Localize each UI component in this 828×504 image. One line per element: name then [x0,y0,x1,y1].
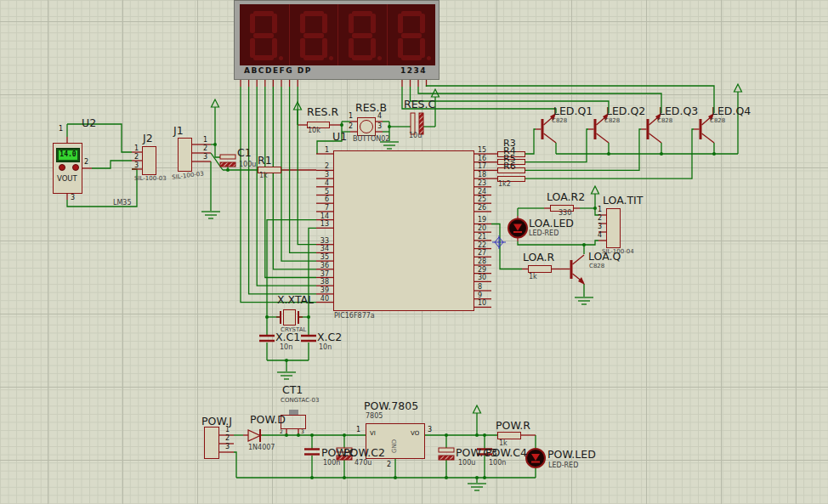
pow-j-pin1-number: 1 [225,427,230,433]
u1-pin-text: 1 [325,146,329,154]
junction-dot [582,243,586,246]
junction-dot [297,433,300,437]
junction-dot [394,476,397,479]
power-arrow-icon [734,84,742,92]
pow-7805-ref: POW.7805 [364,401,418,412]
res-b-button-cap[interactable] [360,120,373,133]
res-b-value: BUTTON02 [353,136,389,143]
digit-segment [401,33,422,38]
digit-segment [398,38,403,58]
digit-decimal-point [329,56,333,60]
pow-7805-pin1-number: 1 [356,427,360,433]
pow-7805-value: 7805 [366,413,383,420]
u1-pin-text: 37 [320,270,329,278]
loa-tit-connector-body[interactable] [606,208,621,248]
ct1-switch-tab[interactable] [289,410,298,415]
u1-pin-text: 15 [478,146,486,154]
display-screen [240,4,435,65]
j2-connector-body[interactable] [142,146,156,175]
diode-triangle[interactable] [248,430,260,441]
junction-dot [475,433,479,437]
res-c-value: 10u [409,133,422,139]
junction-dot [285,359,288,362]
pow-7805-vo-label: VO [411,431,419,437]
u1-pin-text: 24 [478,188,486,195]
junction-dot [307,315,310,319]
u1-pin-text: 39 [320,286,329,294]
x-c2-ref: X.C2 [317,332,342,343]
pow-c1-value: 100n [323,460,340,467]
u1-pic16f877-body[interactable] [333,150,474,311]
u2-reading: 14.0 [59,150,77,160]
loa-r-resistor-body[interactable] [528,265,552,273]
digit-decimal-point [427,56,431,60]
res-b-pin4-number: 4 [377,113,382,120]
loa-tit-pin4-number: 4 [598,232,602,239]
transistor-base-bar [570,260,573,279]
pow-r-ref: POW.R [496,421,530,432]
wire [215,144,220,157]
transistor-collector [573,255,585,264]
u1-pin-text: 33 [320,237,329,245]
u1-pin-text: 40 [320,295,329,303]
u1-pin-text: 4 [325,179,329,187]
digit-segment [352,11,372,16]
junction-dot [475,476,479,479]
pow-led-value: LED-RED [548,462,578,469]
u2-increase-button[interactable] [72,164,79,171]
u2-value: LM35 [113,200,132,207]
transistor-collector [544,133,557,143]
u1-pin-text: 25 [478,195,486,203]
pow-r-resistor-body[interactable] [497,432,521,439]
res-b-pin3-number: 3 [377,123,382,130]
junction-dot [226,168,230,172]
junction-dot [340,123,343,127]
u1-pin-text: 17 [478,162,486,170]
u1-pin-text: 2 [325,162,329,170]
pow-j-connector-body[interactable] [204,427,219,459]
digit-segment [398,14,403,33]
u2-decrease-button[interactable] [59,164,65,171]
power-arrow-icon [212,99,219,107]
pow-c4-value: 100n [489,460,506,467]
r-group-value: 1k2 [498,181,511,188]
junction-dot [285,433,288,437]
loa-led-value: LED-RED [529,230,559,237]
j1-connector-body[interactable] [178,138,192,172]
digit-segment [253,33,274,38]
res-b-pin2-number: 2 [349,123,353,130]
led-q1-value: C828 [552,118,567,124]
u1-ref: U1 [332,132,347,143]
u1-pin-text: 13 [320,220,329,228]
digit-segment [250,14,255,33]
led-q4-ref: LED.Q4 [712,106,751,117]
xtal-crystal-body[interactable] [283,309,296,326]
led-q2-value: C828 [604,118,620,124]
x-xtal-ref: X.XTAL [277,295,314,306]
junction-dot [607,152,610,156]
capacitor-plate-polarized [439,456,454,460]
u1-pin-text: 18 [478,171,486,178]
junction-dot [593,207,597,210]
u2-pin3-number: 3 [71,195,75,201]
digit-segment [401,11,422,16]
seven-segment-display[interactable]: ABCDEFG DP 1234 [234,0,440,80]
u1-pin-text: 36 [320,262,329,269]
origin-cursor-icon [492,235,506,249]
u1-pin-text: 34 [320,245,329,252]
junction-dot [660,152,663,156]
digit-segment [253,55,274,60]
u1-pin-text: 27 [478,249,486,257]
capacitor-plate-polarized [220,162,235,167]
r1-ref: R1 [258,156,272,167]
junction-dot [445,433,448,437]
capacitor-plate [220,155,235,159]
u1-value: PIC16F877a [334,313,375,320]
display-digit-labels: 1234 [400,67,427,75]
wire [234,452,236,478]
u1-pin-text: 16 [478,155,486,162]
junction-dot [483,476,486,479]
transistor-base-bar [594,119,597,139]
loa-r2-value: 330 [559,210,571,217]
transistor-collector [702,133,715,143]
